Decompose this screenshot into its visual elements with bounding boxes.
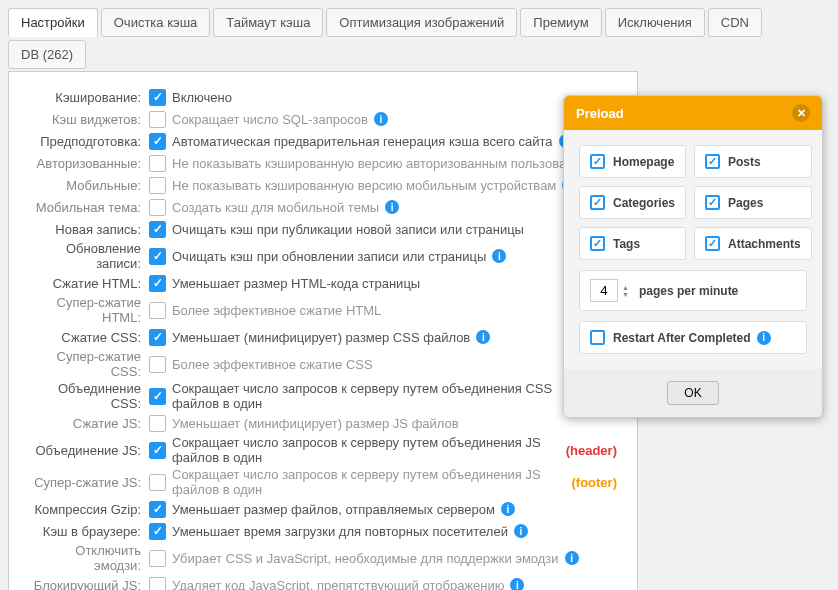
option-checkbox[interactable] [705, 154, 720, 169]
preload-option[interactable]: Categories [579, 186, 686, 219]
setting-label: Сжатие HTML: [29, 276, 149, 291]
setting-desc: Уменьшает размер файлов, отправляемых се… [172, 502, 495, 517]
option-checkbox[interactable] [590, 236, 605, 251]
setting-checkbox[interactable] [149, 577, 166, 591]
setting-desc: Очищать кэш при публикации новой записи … [172, 222, 524, 237]
setting-desc: Создать кэш для мобильной темы [172, 200, 379, 215]
setting-label: Кэширование: [29, 90, 149, 105]
tab-1[interactable]: Очистка кэша [101, 8, 211, 37]
info-icon[interactable]: i [476, 330, 490, 344]
setting-checkbox[interactable] [149, 388, 166, 405]
setting-checkbox[interactable] [149, 356, 166, 373]
preload-option[interactable]: Posts [694, 145, 812, 178]
preload-option[interactable]: Tags [579, 227, 686, 260]
setting-suffix: (footer) [572, 475, 618, 490]
preload-option[interactable]: Attachments [694, 227, 812, 260]
setting-label: Мобильные: [29, 178, 149, 193]
tab-3[interactable]: Оптимизация изображений [326, 8, 517, 37]
setting-checkbox[interactable] [149, 177, 166, 194]
setting-label: Компрессия Gzip: [29, 502, 149, 517]
info-icon[interactable]: i [492, 249, 506, 263]
setting-checkbox[interactable] [149, 248, 166, 265]
modal-title: Preload [576, 106, 624, 121]
restart-row: Restart After Completed i [579, 321, 807, 354]
setting-checkbox[interactable] [149, 111, 166, 128]
setting-checkbox[interactable] [149, 89, 166, 106]
option-checkbox[interactable] [590, 154, 605, 169]
option-label: Categories [613, 196, 675, 210]
tab-5[interactable]: Исключения [605, 8, 705, 37]
setting-desc: Убирает CSS и JavaScript, необходимые дл… [172, 551, 559, 566]
setting-checkbox[interactable] [149, 329, 166, 346]
option-label: Homepage [613, 155, 674, 169]
setting-checkbox[interactable] [149, 442, 166, 459]
setting-desc: Очищать кэш при обновлении записи или ст… [172, 249, 486, 264]
preload-option[interactable]: Homepage [579, 145, 686, 178]
setting-label: Отключить эмодзи: [29, 543, 149, 573]
ok-button[interactable]: OK [667, 381, 718, 405]
setting-desc: Сокращает число SQL-запросов [172, 112, 368, 127]
setting-checkbox[interactable] [149, 199, 166, 216]
setting-checkbox[interactable] [149, 302, 166, 319]
ppm-row: ▲▼ pages per minute [579, 270, 807, 311]
setting-checkbox[interactable] [149, 523, 166, 540]
setting-suffix: (header) [566, 443, 617, 458]
setting-checkbox[interactable] [149, 474, 166, 491]
setting-label: Авторизованные: [29, 156, 149, 171]
info-icon[interactable]: i [514, 524, 528, 538]
spin-down-icon[interactable]: ▼ [622, 291, 629, 298]
setting-desc: Уменьшает время загрузки для повторных п… [172, 524, 508, 539]
setting-desc: Включено [172, 90, 232, 105]
settings-panel: Кэширование:ВключеноКэш виджетов:Сокраща… [8, 71, 638, 590]
setting-label: Сжатие JS: [29, 416, 149, 431]
setting-desc: Не показывать кэшированную версию мобиль… [172, 178, 556, 193]
setting-label: Новая запись: [29, 222, 149, 237]
setting-checkbox[interactable] [149, 415, 166, 432]
setting-checkbox[interactable] [149, 221, 166, 238]
option-checkbox[interactable] [705, 236, 720, 251]
setting-desc: Сокращает число запросов к серверу путем… [172, 381, 598, 411]
setting-checkbox[interactable] [149, 550, 166, 567]
option-label: Posts [728, 155, 761, 169]
setting-checkbox[interactable] [149, 275, 166, 292]
setting-desc: Уменьшает размер HTML-кода страницы [172, 276, 420, 291]
setting-label: Сжатие CSS: [29, 330, 149, 345]
setting-desc: Уменьшает (минифицирует) размер JS файло… [172, 416, 459, 431]
preload-option[interactable]: Pages [694, 186, 812, 219]
setting-checkbox[interactable] [149, 155, 166, 172]
tab-6[interactable]: CDN [708, 8, 762, 37]
option-label: Pages [728, 196, 763, 210]
info-icon[interactable]: i [565, 551, 579, 565]
setting-checkbox[interactable] [149, 133, 166, 150]
setting-label: Супер-сжатие JS: [29, 475, 149, 490]
setting-desc: Автоматическая предварительная генерация… [172, 134, 553, 149]
option-checkbox[interactable] [705, 195, 720, 210]
setting-label: Супер-сжатие HTML: [29, 295, 149, 325]
info-icon[interactable]: i [374, 112, 388, 126]
setting-label: Обновление записи: [29, 241, 149, 271]
close-icon[interactable]: ✕ [792, 104, 810, 122]
setting-desc: Более эффективное сжатие HTML [172, 303, 381, 318]
setting-label: Супер-сжатие CSS: [29, 349, 149, 379]
setting-desc: Сокращает число запросов к серверу путем… [172, 467, 572, 497]
info-icon[interactable]: i [510, 578, 524, 590]
tab-0[interactable]: Настройки [8, 8, 98, 37]
tab-2[interactable]: Таймаут кэша [213, 8, 323, 37]
info-icon[interactable]: i [385, 200, 399, 214]
setting-label: Мобильная тема: [29, 200, 149, 215]
spin-up-icon[interactable]: ▲ [622, 284, 629, 291]
info-icon[interactable]: i [501, 502, 515, 516]
tab-7[interactable]: DB (262) [8, 40, 86, 69]
setting-label: Предподготовка: [29, 134, 149, 149]
setting-label: Кэш в браузере: [29, 524, 149, 539]
setting-label: Объединение CSS: [29, 381, 149, 411]
setting-desc: Более эффективное сжатие CSS [172, 357, 373, 372]
ppm-input[interactable] [590, 279, 618, 302]
option-checkbox[interactable] [590, 195, 605, 210]
tab-4[interactable]: Премиум [520, 8, 601, 37]
info-icon[interactable]: i [757, 331, 771, 345]
setting-checkbox[interactable] [149, 501, 166, 518]
setting-label: Блокирующий JS: [29, 578, 149, 591]
restart-checkbox[interactable] [590, 330, 605, 345]
setting-desc: Не показывать кэшированную версию автори… [172, 156, 602, 171]
